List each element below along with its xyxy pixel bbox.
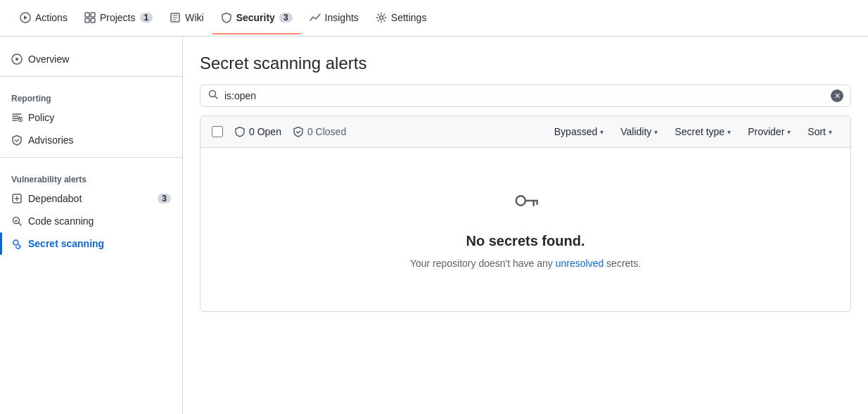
alerts-table-header: 0 Open 0 Closed Bypassed ▾ Validity [200, 116, 850, 148]
sort-filter[interactable]: Sort ▾ [800, 123, 839, 140]
svg-rect-5 [91, 18, 95, 23]
secret-type-chevron-icon: ▾ [727, 128, 731, 136]
sidebar-advisories-label: Advisories [28, 134, 74, 146]
sidebar-policy-label: Policy [28, 112, 54, 123]
svg-rect-2 [85, 13, 89, 17]
sort-label: Sort [808, 126, 826, 137]
nav-security[interactable]: Security 3 [212, 2, 301, 34]
svg-rect-4 [85, 18, 89, 23]
nav-wiki[interactable]: Wiki [161, 2, 212, 34]
main-content: Secret scanning alerts ✕ 0 Open [183, 37, 868, 414]
nav-actions-label: Actions [35, 12, 68, 23]
open-count-label: 0 Open [249, 126, 281, 137]
top-nav: Actions Projects 1 Wiki Security 3 Insig… [0, 0, 868, 37]
sort-chevron-icon: ▾ [829, 128, 832, 136]
filters-right: Bypassed ▾ Validity ▾ Secret type ▾ Prov… [547, 123, 839, 140]
nav-security-badge: 3 [279, 13, 293, 23]
page-layout: Overview Reporting Policy Advisories Vul… [0, 37, 868, 414]
nav-projects-badge: 1 [140, 13, 153, 23]
closed-icon [293, 126, 304, 137]
empty-state: No secrets found. Your repository doesn'… [200, 148, 850, 311]
clear-search-button[interactable]: ✕ [831, 89, 843, 102]
sidebar-item-overview[interactable]: Overview [0, 48, 182, 70]
sidebar-divider-2 [0, 157, 182, 158]
bypassed-filter[interactable]: Bypassed ▾ [547, 123, 611, 140]
svg-point-6 [379, 15, 383, 19]
sidebar-divider-1 [0, 76, 182, 77]
svg-rect-3 [91, 13, 95, 17]
sidebar-item-advisories[interactable]: Advisories [0, 129, 182, 151]
svg-point-16 [18, 246, 20, 247]
sidebar-item-secret-scanning[interactable]: Secret scanning [0, 232, 182, 255]
sidebar: Overview Reporting Policy Advisories Vul… [0, 37, 183, 414]
svg-marker-1 [24, 15, 27, 20]
page-title: Secret scanning alerts [200, 54, 851, 73]
sidebar-dependabot-badge: 3 [158, 194, 171, 203]
search-icon [208, 89, 219, 103]
secret-type-label: Secret type [675, 126, 725, 137]
nav-actions[interactable]: Actions [11, 2, 76, 34]
validity-filter[interactable]: Validity ▾ [613, 123, 665, 140]
svg-point-8 [15, 58, 18, 61]
empty-title: No secrets found. [466, 233, 585, 249]
sidebar-item-dependabot[interactable]: Dependabot 3 [0, 187, 182, 210]
provider-chevron-icon: ▾ [787, 128, 791, 136]
sidebar-secret-scanning-label: Secret scanning [28, 238, 104, 249]
empty-key-icon [511, 190, 540, 225]
sidebar-item-code-scanning[interactable]: Code scanning [0, 210, 182, 232]
select-all-checkbox[interactable] [212, 126, 223, 137]
svg-point-15 [13, 240, 18, 245]
validity-chevron-icon: ▾ [654, 128, 658, 136]
open-count[interactable]: 0 Open [234, 126, 281, 137]
nav-security-label: Security [236, 12, 275, 23]
provider-label: Provider [748, 126, 784, 137]
bypassed-chevron-icon: ▾ [600, 128, 604, 136]
nav-projects-label: Projects [100, 12, 136, 23]
nav-insights-label: Insights [325, 12, 359, 23]
search-input[interactable] [224, 90, 831, 101]
svg-point-19 [516, 196, 525, 205]
nav-wiki-label: Wiki [185, 12, 203, 23]
nav-insights[interactable]: Insights [301, 2, 367, 34]
nav-settings-label: Settings [391, 12, 427, 23]
open-icon [234, 126, 245, 137]
svg-line-14 [19, 223, 22, 226]
bypassed-label: Bypassed [554, 126, 597, 137]
provider-filter[interactable]: Provider ▾ [741, 123, 798, 140]
sidebar-code-scanning-label: Code scanning [28, 215, 94, 227]
svg-line-18 [215, 96, 218, 99]
validity-label: Validity [620, 126, 651, 137]
sidebar-vulnerability-label: Vulnerability alerts [0, 163, 182, 187]
nav-projects[interactable]: Projects 1 [76, 2, 161, 34]
closed-count-label: 0 Closed [307, 126, 346, 137]
search-bar: ✕ [200, 84, 851, 107]
unresolved-link[interactable]: unresolved [556, 258, 604, 269]
nav-settings[interactable]: Settings [367, 2, 435, 34]
alerts-table: 0 Open 0 Closed Bypassed ▾ Validity [200, 115, 851, 312]
empty-subtitle: Your repository doesn't have any unresol… [410, 258, 641, 269]
sidebar-overview-label: Overview [28, 54, 69, 65]
sidebar-item-policy[interactable]: Policy [0, 106, 182, 129]
closed-count[interactable]: 0 Closed [293, 126, 346, 137]
secret-type-filter[interactable]: Secret type ▾ [668, 123, 738, 140]
sidebar-dependabot-label: Dependabot [28, 193, 82, 204]
sidebar-reporting-label: Reporting [0, 82, 182, 106]
